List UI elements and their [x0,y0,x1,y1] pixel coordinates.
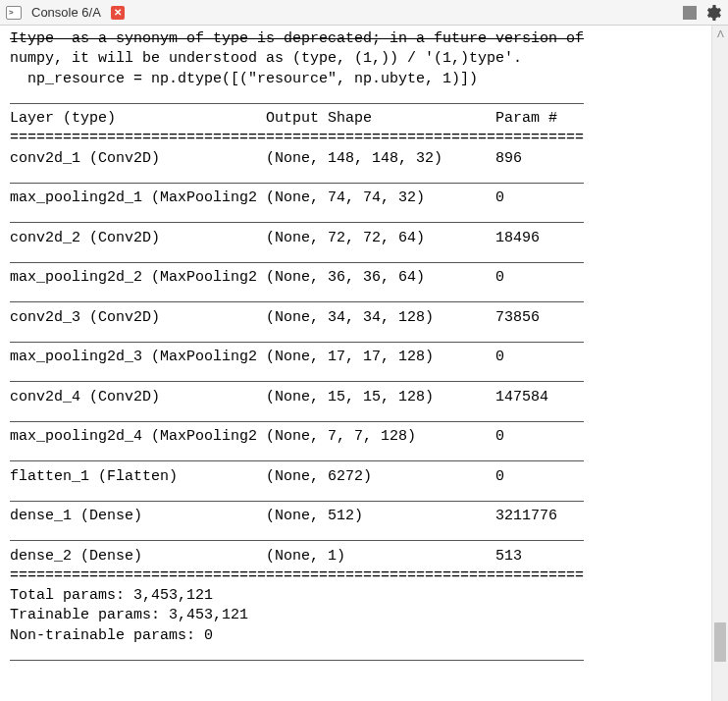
console-icon[interactable] [6,6,22,20]
stop-icon[interactable] [683,6,697,20]
titlebar-right [683,4,722,22]
nontrainable-params: Non-trainable params: 0 [10,627,213,644]
close-tab-button[interactable]: ✕ [111,6,125,20]
separator-thin: ________________________________________… [10,408,584,425]
table-row: conv2d_4 (Conv2D) (None, 15, 15, 128) 14… [10,389,584,405]
separator-thin: ________________________________________… [10,368,584,385]
titlebar-left: Console 6/A ✕ [6,3,677,22]
table-row: max_pooling2d_3 (MaxPooling2 (None, 17, … [10,349,584,365]
table-row: flatten_1 (Flatten) (None, 6272) 0 [10,468,584,485]
separator-thin: ________________________________________… [10,209,584,226]
separator-thick: ========================================… [10,567,584,584]
content-wrapper: Itype as a synonym of type is deprecated… [0,26,728,701]
truncated-line: Itype as a synonym of type is deprecated… [10,30,584,47]
table-row: dense_1 (Dense) (None, 512) 3211776 [10,508,584,524]
table-row: max_pooling2d_1 (MaxPooling2 (None, 74, … [10,189,584,206]
total-params: Total params: 3,453,121 [10,587,213,604]
table-header: Layer (type) Output Shape Param # [10,110,584,127]
trainable-params: Trainable params: 3,453,121 [10,607,248,623]
separator-thin: ________________________________________… [10,527,584,544]
separator-thin: ________________________________________… [10,329,584,346]
scroll-up-arrow[interactable]: ᐱ [712,26,728,42]
output-line: ________________________________________… [10,90,584,107]
titlebar: Console 6/A ✕ [0,0,728,26]
output-line: np_resource = np.dtype([("resource", np.… [10,71,478,87]
separator-thin: ________________________________________… [10,647,584,664]
separator-thin: ________________________________________… [10,289,584,305]
scrollbar[interactable]: ᐱ [711,26,728,701]
separator-thin: ________________________________________… [10,448,584,464]
separator-thin: ________________________________________… [10,249,584,266]
table-row: dense_2 (Dense) (None, 1) 513 [10,548,584,565]
scroll-thumb[interactable] [714,622,726,662]
table-row: conv2d_3 (Conv2D) (None, 34, 34, 128) 73… [10,309,584,326]
console-output[interactable]: Itype as a synonym of type is deprecated… [0,26,711,701]
separator-thick: ========================================… [10,130,584,146]
gear-icon[interactable] [704,4,722,22]
table-row: max_pooling2d_2 (MaxPooling2 (None, 36, … [10,269,584,286]
console-tab-label[interactable]: Console 6/A [27,3,105,22]
separator-thin: ________________________________________… [10,170,584,187]
separator-thin: ________________________________________… [10,488,584,505]
table-row: conv2d_2 (Conv2D) (None, 72, 72, 64) 184… [10,230,584,246]
output-line: numpy, it will be understood as (type, (… [10,50,522,67]
table-row: max_pooling2d_4 (MaxPooling2 (None, 7, 7… [10,428,584,445]
table-row: conv2d_1 (Conv2D) (None, 148, 148, 32) 8… [10,150,584,167]
